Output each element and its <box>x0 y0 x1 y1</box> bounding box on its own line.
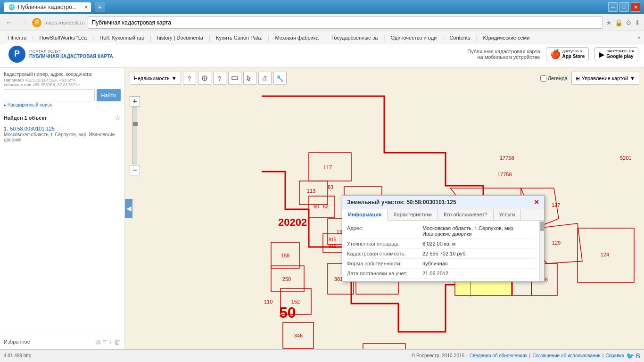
result-address: Московская область, г. Серпухов, мкр. Ив… <box>4 132 121 142</box>
site-label: maps.rosreestr.ru <box>44 20 85 25</box>
help-button[interactable]: ? <box>183 72 196 85</box>
result-link[interactable]: 50:58:0030101:125 <box>10 126 55 132</box>
results-count: Найден 1 объект <box>4 115 47 121</box>
left-panel: Кадастровый номер, адрес, координата: На… <box>0 68 125 349</box>
gplay-button[interactable]: ▶ ЗАГРУЗИТЕ НА Google play <box>594 47 638 61</box>
scrollbar-thumb[interactable] <box>540 222 545 231</box>
info-row-date: Дата постановки на учет: 21.06.2012 <box>347 269 535 279</box>
appstore-button[interactable]: 🍎 Доступно в App Store <box>546 47 589 61</box>
svg-text:117: 117 <box>323 165 332 170</box>
svg-text:5201: 5201 <box>620 155 631 161</box>
bookmark-yurid[interactable]: Юридические семи <box>479 34 534 41</box>
favorites-label: Избранное <box>4 339 30 345</box>
popup-tab-info[interactable]: Информация <box>342 209 388 221</box>
agreement-link[interactable]: Соглашение об использовании <box>532 353 601 358</box>
bookmark-mehovaya[interactable]: Меховая фабрика <box>271 34 322 41</box>
favorites-icons: ⊞ ≡ + 🗑 <box>95 338 121 346</box>
info-label-date: Дата постановки на учет: <box>347 271 422 276</box>
browser-tab[interactable]: 🌐 Публичная кадастро... ✕ <box>4 2 91 12</box>
advanced-search-link[interactable]: ▸ Расширенный поиск <box>4 102 121 107</box>
forward-button[interactable]: → <box>18 17 29 28</box>
search-button[interactable]: Найти <box>97 89 121 101</box>
zoom-in-button[interactable]: + <box>130 96 140 107</box>
zoom-out-button[interactable]: − <box>130 165 140 175</box>
manage-map-icon: ⊞ <box>576 75 580 82</box>
result-star-icon[interactable]: ☆ <box>58 125 63 132</box>
map-area[interactable]: Недвижимость ▼ ? ? 🖨 🔧 <box>125 68 644 349</box>
results-star-icon[interactable]: ☆ <box>115 114 121 122</box>
status-text: 4.01.499.http <box>4 353 31 358</box>
new-tab-button[interactable]: + <box>95 2 105 12</box>
popup-tab-services[interactable]: Услуги <box>494 209 521 220</box>
svg-text:124: 124 <box>601 252 609 257</box>
dropdown-arrow-icon: ▼ <box>172 75 177 81</box>
bookmark-hoff[interactable]: Hoff: Кухонный гар <box>96 34 148 41</box>
portal-title: ПОРТАЛ УСЛУГ <box>29 49 113 54</box>
favorites-grid-icon[interactable]: ⊞ <box>95 338 101 346</box>
vk-icon[interactable]: В <box>636 352 640 360</box>
popup-tab-who[interactable]: Кто обслуживает? <box>438 209 494 220</box>
search-input[interactable] <box>4 89 95 101</box>
download-icon[interactable]: ⬇ <box>635 19 640 26</box>
bookmark-canon[interactable]: Купить Canon Pala: <box>212 34 266 41</box>
legend-checkbox[interactable] <box>540 75 546 82</box>
bookmark-odinoch[interactable]: Одиночество и оди <box>387 34 441 41</box>
measure-button[interactable] <box>198 72 211 85</box>
popup-close-button[interactable]: ✕ <box>534 198 539 206</box>
result-item: 1. 50:58:0030101:125 ☆ Московская област… <box>4 123 121 144</box>
svg-text:62: 62 <box>323 204 329 209</box>
address-bar: ← → Я maps.rosreestr.ru ★ 🔒 ⚙ ⬇ <box>0 14 644 31</box>
svg-text:83: 83 <box>328 184 333 190</box>
svg-text:17758: 17758 <box>500 155 514 161</box>
title-bar: 🌐 Публичная кадастро... ✕ + ─ □ ✕ <box>0 0 644 14</box>
settings-icon[interactable]: ⚙ <box>626 19 632 26</box>
bookmark-contents[interactable]: Contents <box>446 34 474 41</box>
favorites-list-icon[interactable]: ≡ <box>103 338 107 346</box>
search-row: Найти <box>4 89 121 101</box>
search-hint2: Например «61:6:10104:12», «61:6:*», «Мос… <box>4 78 121 87</box>
popup-scrollbar[interactable] <box>539 221 544 281</box>
bookmarks-more-icon[interactable]: » <box>637 35 640 40</box>
info-value-ownership: публичная <box>422 261 535 266</box>
zoom-bar[interactable] <box>132 107 137 164</box>
twitter-icon[interactable]: 🐦 <box>626 352 634 360</box>
bookmark-howstuff[interactable]: HowStuffWorks "Lea <box>35 34 91 41</box>
back-button[interactable]: ← <box>4 17 15 28</box>
scale-button[interactable] <box>228 72 241 85</box>
info-row-ownership: Форма собственности: публичная <box>347 259 535 269</box>
favorites-add-icon[interactable]: + <box>108 338 112 346</box>
bookmark-gosudars[interactable]: Государсвенные за <box>328 34 381 41</box>
popup-tab-chars[interactable]: Характеристики <box>388 209 438 220</box>
help-link[interactable]: Справка <box>605 353 624 358</box>
panel-collapse-button[interactable]: ◀ <box>125 199 132 218</box>
select-button[interactable] <box>243 72 256 85</box>
query-button[interactable]: ? <box>213 72 226 85</box>
property-type-dropdown[interactable]: Недвижимость ▼ <box>130 72 181 85</box>
tools-button[interactable]: 🔧 <box>273 72 287 85</box>
status-right: © Росреестр, 2010-2015 | Сведения об обн… <box>412 352 640 360</box>
update-link[interactable]: Сведения об обновлениях <box>470 353 528 358</box>
titlebar-left: 🌐 Публичная кадастро... ✕ + <box>4 2 105 12</box>
manage-map-button[interactable]: ⊞ Управление картой ▼ <box>571 72 639 85</box>
close-button[interactable]: ✕ <box>631 2 640 12</box>
maximize-button[interactable]: □ <box>619 2 629 12</box>
manage-map-arrow-icon: ▼ <box>630 75 635 81</box>
info-value-date: 21.06.2012 <box>422 271 535 276</box>
bookmark-history[interactable]: history | Documenta <box>153 34 207 41</box>
print-button[interactable]: 🖨 <box>258 72 272 85</box>
popup-title: Земельный участок: 50:58:0030101:125 <box>347 199 456 206</box>
results-section: Найден 1 объект ☆ 1. 50:58:0030101:125 ☆… <box>4 114 121 144</box>
map-top-right-controls: Легенда ⊞ Управление картой ▼ <box>540 72 639 85</box>
info-row-cost: Кадастровая стоимость: 22 555 702.10 руб… <box>347 249 535 259</box>
svg-text:158: 158 <box>281 253 289 258</box>
popup-body: Адрес: Московская область, г. Серпухов, … <box>342 221 544 281</box>
star-icon[interactable]: ★ <box>606 19 612 26</box>
favorites-delete-icon[interactable]: 🗑 <box>114 338 121 346</box>
zoom-handle[interactable] <box>133 122 138 126</box>
minimize-button[interactable]: ─ <box>608 2 618 12</box>
url-input[interactable] <box>88 16 603 29</box>
popup-header: Земельный участок: 50:58:0030101:125 ✕ <box>342 196 544 209</box>
tab-close-button[interactable]: ✕ <box>84 4 88 10</box>
portal-bar: Р ПОРТАЛ УСЛУГ ПУБЛИЧНАЯ КАДАСТРОВАЯ КАР… <box>0 44 644 68</box>
bookmark-fitner[interactable]: Fitner.ru <box>4 34 30 41</box>
